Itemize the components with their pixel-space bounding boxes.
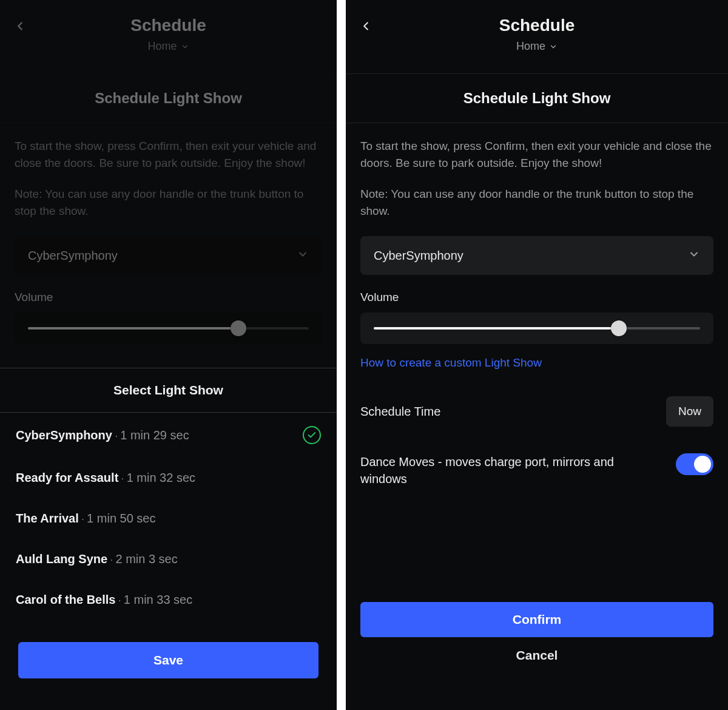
header: Schedule Home xyxy=(346,0,728,53)
show-dropdown-label: CyberSymphony xyxy=(28,249,118,263)
schedule-time-label: Schedule Time xyxy=(360,405,440,419)
back-button[interactable] xyxy=(359,19,372,33)
cancel-button[interactable]: Cancel xyxy=(346,635,728,676)
show-dropdown-label: CyberSymphony xyxy=(374,249,463,263)
volume-slider[interactable] xyxy=(15,313,322,344)
confirm-button[interactable]: Confirm xyxy=(360,602,713,637)
show-list: CyberSymphony · 1 min 29 sec Ready for A… xyxy=(0,413,337,632)
section-header: Schedule Light Show xyxy=(0,73,337,123)
save-button[interactable]: Save xyxy=(18,642,318,678)
back-button[interactable] xyxy=(13,19,27,33)
location-selector[interactable]: Home xyxy=(0,40,337,53)
dance-moves-row: Dance Moves - moves charge port, mirrors… xyxy=(360,453,713,487)
select-show-sheet: Select Light Show CyberSymphony · 1 min … xyxy=(0,368,337,710)
section-header: Schedule Light Show xyxy=(346,73,728,123)
show-name: Carol of the Bells xyxy=(16,593,115,606)
chevron-down-icon xyxy=(297,248,309,263)
custom-show-link[interactable]: How to create a custom Light Show xyxy=(360,356,542,370)
volume-fill xyxy=(28,327,238,330)
page-title: Schedule xyxy=(346,16,728,35)
screen-schedule: Schedule Home Schedule Light Show To sta… xyxy=(346,0,728,710)
show-name: Auld Lang Syne xyxy=(16,552,107,566)
show-duration: 1 min 32 sec xyxy=(127,471,195,484)
show-duration: 1 min 50 sec xyxy=(87,512,155,525)
sheet-header: Select Light Show xyxy=(0,368,337,413)
sheet-title: Select Light Show xyxy=(0,383,337,397)
chevron-down-icon xyxy=(549,42,558,51)
list-item[interactable]: Auld Lang Syne · 2 min 3 sec xyxy=(16,539,321,580)
schedule-time-value[interactable]: Now xyxy=(666,396,713,427)
location-label: Home xyxy=(147,40,177,53)
selected-check-icon xyxy=(303,426,321,444)
toggle-knob xyxy=(694,456,711,473)
save-button-label: Save xyxy=(153,653,183,668)
volume-label: Volume xyxy=(360,291,713,304)
show-dropdown[interactable]: CyberSymphony xyxy=(15,236,322,275)
header: Schedule Home xyxy=(0,0,337,53)
show-duration: 2 min 3 sec xyxy=(115,552,177,566)
chevron-down-icon xyxy=(688,248,700,263)
list-item[interactable]: Carol of the Bells · 1 min 33 sec xyxy=(16,580,321,620)
location-label: Home xyxy=(516,40,545,53)
show-duration: 1 min 29 sec xyxy=(120,428,189,442)
volume-thumb[interactable] xyxy=(611,320,627,336)
page-title: Schedule xyxy=(0,16,337,35)
list-item[interactable]: Ready for Assault · 1 min 32 sec xyxy=(16,458,321,498)
instructions-2: Note: You can use any door handle or the… xyxy=(360,186,713,219)
section-title: Schedule Light Show xyxy=(0,90,337,107)
show-dropdown[interactable]: CyberSymphony xyxy=(360,236,713,275)
schedule-time-row: Schedule Time Now xyxy=(360,396,713,427)
volume-thumb[interactable] xyxy=(231,320,246,336)
show-duration: 1 min 33 sec xyxy=(124,593,192,606)
chevron-down-icon xyxy=(181,42,189,51)
show-name: The Arrival xyxy=(16,512,79,525)
volume-slider[interactable] xyxy=(360,313,713,344)
show-name: Ready for Assault xyxy=(16,471,118,484)
chevron-left-icon xyxy=(13,19,27,33)
instructions-1: To start the show, press Confirm, then e… xyxy=(360,138,713,171)
volume-label: Volume xyxy=(15,291,322,304)
screen-select-show: Schedule Home Schedule Light Show To sta… xyxy=(0,0,337,710)
instructions-1: To start the show, press Confirm, then e… xyxy=(15,138,322,171)
location-selector[interactable]: Home xyxy=(346,40,728,53)
confirm-button-label: Confirm xyxy=(513,612,562,627)
instructions-2: Note: You can use any door handle or the… xyxy=(15,186,322,219)
volume-fill xyxy=(374,327,619,330)
section-title: Schedule Light Show xyxy=(346,90,728,107)
chevron-left-icon xyxy=(359,19,372,33)
dance-moves-label: Dance Moves - moves charge port, mirrors… xyxy=(360,453,664,487)
dance-moves-toggle[interactable] xyxy=(676,453,713,475)
list-item[interactable]: The Arrival · 1 min 50 sec xyxy=(16,498,321,539)
show-name: CyberSymphony xyxy=(16,428,112,442)
list-item[interactable]: CyberSymphony · 1 min 29 sec xyxy=(16,413,321,458)
cancel-button-label: Cancel xyxy=(516,648,558,662)
